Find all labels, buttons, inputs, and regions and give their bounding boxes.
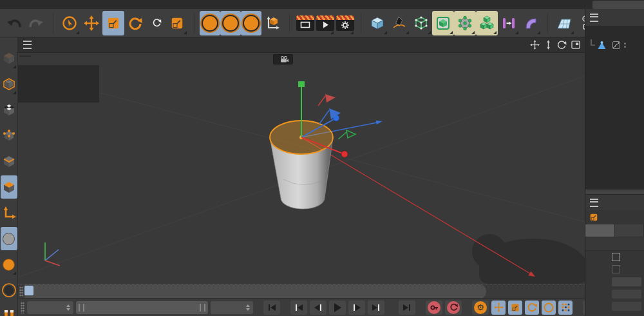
keyframe-parameter-button[interactable] [542, 301, 556, 315]
make-editable-button[interactable] [1, 46, 17, 70]
viewport-rotate-icon[interactable] [556, 40, 567, 50]
points-mode-button[interactable] [1, 124, 17, 147]
psr-icon [151, 18, 162, 28]
center-axis-button[interactable] [575, 11, 585, 35]
model-mode-button[interactable] [1, 72, 17, 95]
panel-splitter[interactable] [585, 190, 644, 195]
current-frame-field[interactable] [27, 301, 73, 314]
scale-tool[interactable] [102, 11, 124, 35]
object-layer-toggle-icon[interactable] [612, 41, 620, 49]
keyframe-pla-button[interactable] [558, 301, 573, 315]
viewport-zoom-icon[interactable] [543, 40, 554, 50]
metaball-button[interactable] [454, 11, 476, 35]
keyframe-scale-button[interactable] [508, 301, 522, 315]
attribute-manager-header [585, 195, 644, 210]
go-to-start-button[interactable] [263, 301, 280, 315]
viewport-canvas[interactable] [18, 53, 585, 284]
toolbar-separator [47, 14, 53, 33]
next-frame-button[interactable] [348, 301, 365, 315]
gizmo-x-handle[interactable] [341, 151, 348, 157]
timeline-drag-handle[interactable] [19, 286, 23, 297]
gizmo-y-handle[interactable] [298, 81, 305, 87]
enable-checkbox[interactable] [612, 253, 620, 261]
tab-axis[interactable] [585, 224, 615, 237]
previous-key-button[interactable] [290, 301, 307, 315]
z-axis-lock-button[interactable] [241, 11, 261, 35]
render-picture-viewer-icon [316, 15, 334, 31]
rotate-tool[interactable] [124, 11, 146, 35]
live-selection-tool[interactable] [59, 11, 80, 35]
record-key-icon [428, 301, 440, 314]
render-picture-viewer-button[interactable] [315, 11, 335, 35]
object-manager-list[interactable] [585, 26, 644, 190]
timeline-ruler[interactable] [24, 284, 486, 299]
end-frame-field[interactable] [211, 301, 253, 314]
last-tool-scale-icon [170, 16, 184, 30]
viewport-solo-hierarchy-button[interactable] [1, 279, 17, 302]
keyframe-rotation-button[interactable] [525, 301, 539, 315]
keyframe-position-button[interactable] [491, 301, 506, 315]
move-tool[interactable] [80, 11, 102, 35]
play-button[interactable] [329, 301, 346, 315]
previous-frame-button[interactable] [310, 301, 327, 315]
redo-button[interactable] [25, 11, 47, 35]
floor-button[interactable] [553, 11, 575, 35]
undo-button[interactable] [3, 11, 25, 35]
transport-drag-handle[interactable] [21, 302, 24, 313]
render-settings-button[interactable] [335, 11, 355, 35]
subdivision-surface-button[interactable] [410, 11, 432, 35]
camera-label[interactable] [273, 54, 293, 64]
array-button[interactable] [476, 11, 498, 35]
symmetry-button[interactable] [498, 11, 520, 35]
solo-single-icon [2, 258, 15, 272]
viewport-solo-off-button[interactable] [1, 227, 17, 250]
x-axis-lock-button[interactable] [200, 11, 220, 35]
snap-magnet-button[interactable] [1, 304, 17, 316]
tab-object-axis[interactable] [615, 224, 644, 237]
range-start-grip[interactable] [79, 304, 84, 311]
object-enable-dots-icon[interactable] [624, 43, 626, 48]
render-view-button[interactable] [295, 11, 315, 35]
right-panel [585, 9, 644, 316]
y-axis-lock-button[interactable] [220, 11, 241, 35]
radius-value-field[interactable] [612, 290, 641, 299]
surface-checkbox[interactable] [612, 265, 620, 273]
frame-spinner-icon[interactable] [242, 304, 250, 311]
edges-mode-button[interactable] [1, 150, 17, 173]
object-row-cylinder[interactable] [587, 39, 644, 52]
viewport-pan-icon[interactable] [529, 40, 540, 50]
falloff-dropdown[interactable] [612, 277, 641, 286]
view-label[interactable] [19, 55, 31, 57]
enable-axis-button[interactable] [1, 201, 17, 224]
add-primitive-cube-button[interactable] [366, 11, 388, 35]
frame-spinner-icon[interactable] [62, 304, 70, 311]
attribute-manager-menu-icon[interactable] [590, 199, 598, 207]
next-key-button[interactable] [368, 301, 384, 315]
viewport-menu-icon[interactable] [23, 41, 32, 49]
coordinate-system-button[interactable] [261, 11, 283, 35]
last-used-tool[interactable] [166, 11, 188, 35]
bend-deformer-button[interactable] [520, 11, 542, 35]
keyframe-selection-button[interactable]: ⚙ [472, 301, 489, 315]
object-manager-menu-icon[interactable] [590, 14, 598, 22]
autokeying-button[interactable] [445, 301, 462, 315]
record-keyframe-button[interactable] [426, 301, 442, 315]
timeline-playhead[interactable] [24, 286, 33, 295]
viewport-toggle-icon[interactable] [570, 40, 581, 50]
viewport-solo-single-button[interactable] [1, 253, 17, 276]
cylinder-object-icon [597, 41, 607, 50]
psr-tool[interactable] [146, 11, 166, 35]
scale-tool-icon [589, 213, 598, 222]
soft-selection-section[interactable] [585, 237, 644, 251]
go-to-end-button[interactable] [399, 301, 415, 315]
texture-mode-button[interactable] [1, 98, 17, 121]
range-end-grip[interactable] [200, 304, 205, 311]
node-space-dropdown[interactable] [592, 1, 644, 9]
spline-pen-button[interactable] [388, 11, 410, 35]
viewport-menubar [18, 37, 585, 53]
polygons-mode-button[interactable] [1, 175, 17, 199]
frame-range-slider[interactable] [76, 301, 208, 314]
instance-button[interactable] [432, 11, 454, 35]
texture-mode-icon [3, 103, 15, 116]
strength-value-field[interactable] [612, 302, 641, 311]
